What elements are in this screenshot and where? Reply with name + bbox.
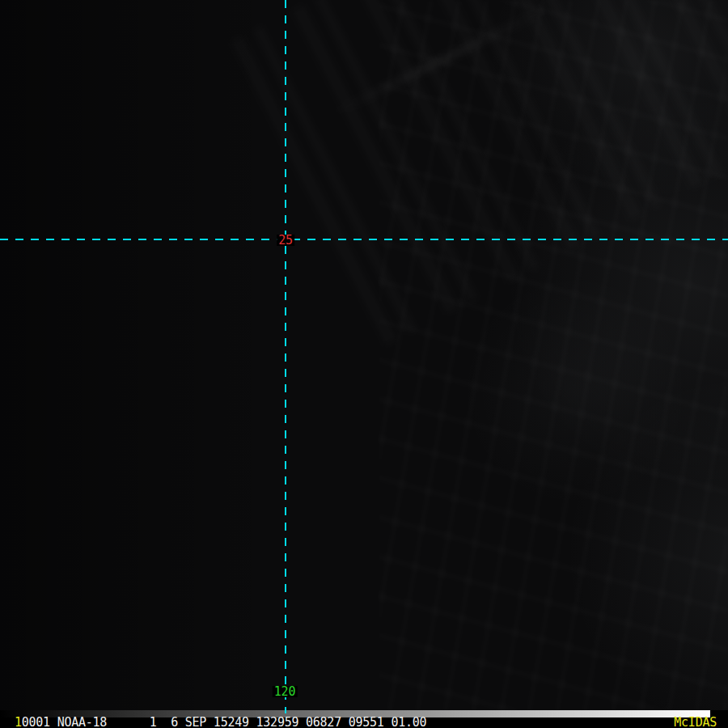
image-cloud-texture: [379, 0, 728, 710]
cursor-coordinate-label: 120: [273, 686, 298, 697]
cursor-crosshair-horizontal-line: [0, 239, 728, 240]
image-info-line: 10001 NOAA-18 1 6 SEP 15249 132959 06827…: [0, 717, 426, 728]
cursor-crosshair-vertical-line: [285, 0, 286, 713]
status-bar: 10001 NOAA-18 1 6 SEP 15249 132959 06827…: [0, 717, 728, 728]
satellite-image-display[interactable]: [0, 0, 728, 710]
frame-number: 1: [15, 715, 22, 728]
image-dark-region: [0, 0, 328, 710]
image-info-text: 0001 NOAA-18 1 6 SEP 15249 132959 06827 …: [22, 715, 427, 728]
mcidas-workstation-screen: 25 120 10001 NOAA-18 1 6 SEP 15249 13295…: [0, 0, 728, 728]
image-cloud-glow: [291, 0, 728, 710]
mcidas-brand-label: McIDAS: [674, 717, 728, 728]
cursor-value-label: 25: [277, 235, 294, 246]
image-cloud-wisp: [330, 4, 552, 117]
image-cloud-streaks: [200, 0, 728, 361]
